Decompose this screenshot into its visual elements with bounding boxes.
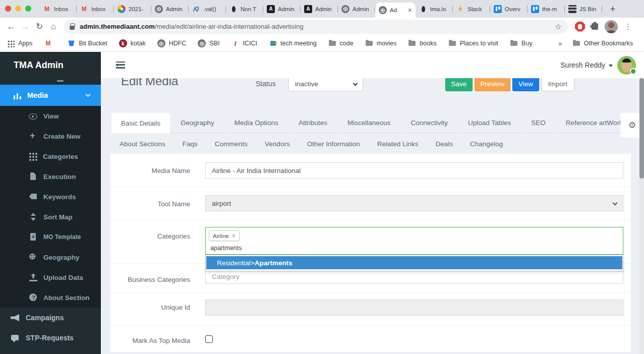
bookmarks-bar: Apps Bit Bucket kotak HDFC SBI ICICI tec… [0, 35, 644, 52]
bookmark-folder-books[interactable]: books [408, 39, 436, 47]
new-tab-button[interactable]: + [606, 3, 619, 16]
tab-attributes[interactable]: Attributes [289, 113, 337, 133]
tab-title: Stack [467, 6, 487, 12]
tab-basic-details[interactable]: Basic Details [111, 113, 170, 133]
tab-upload-tables[interactable]: Upload Tables [458, 113, 520, 133]
minimize-window-button[interactable] [15, 6, 21, 12]
user-avatar[interactable] [617, 56, 636, 75]
view-button[interactable]: View [512, 76, 539, 91]
top-media-checkbox[interactable] [205, 335, 213, 343]
bookmark-gmail[interactable] [44, 39, 56, 47]
tab-media-options[interactable]: Media Options [225, 113, 288, 133]
bookmark-star-icon[interactable]: ☆ [555, 22, 562, 31]
browser-tab[interactable]: the-m [528, 0, 565, 18]
url-text[interactable]: admin.themediaant.com/media/edit/airline… [80, 23, 551, 30]
browser-tab[interactable]: tma.lo [416, 0, 453, 18]
tab-related-links[interactable]: Related Links [369, 134, 427, 153]
sidebar-item-about-section[interactable]: About Section [0, 287, 101, 308]
other-bookmarks[interactable]: Other Bookmarks [572, 39, 633, 47]
sidebar-item-stp-requests[interactable]: STP-Requests [0, 328, 101, 348]
bookmark-icici[interactable]: ICICI [231, 39, 257, 47]
browser-tab[interactable]: Overv [490, 0, 528, 18]
status-select[interactable]: inactive [288, 77, 363, 91]
address-bar[interactable]: admin.themediaant.com/media/edit/airline… [64, 20, 568, 34]
browser-tab[interactable]: Admin [301, 0, 338, 18]
tab-geography[interactable]: Geography [171, 113, 224, 133]
browser-tab[interactable]: Admin [263, 0, 301, 18]
browser-tab[interactable]: Admin [151, 0, 189, 18]
bookmark-bitbucket[interactable]: Bit Bucket [68, 39, 107, 47]
tab-miscellaneous[interactable]: Miscellaneous [338, 113, 400, 133]
bookmark-folder-buy[interactable]: Buy [510, 39, 533, 47]
remove-tag-icon[interactable]: × [232, 232, 236, 240]
tab-title: Non T [241, 6, 260, 12]
browser-tab[interactable]: Admin [338, 0, 375, 18]
browser-profile-avatar[interactable] [605, 20, 618, 33]
home-icon[interactable]: ⌂ [46, 19, 61, 34]
media-name-input[interactable] [205, 162, 623, 179]
browser-tab-active[interactable]: Ad× [375, 3, 416, 18]
reload-icon[interactable]: ↻ [32, 19, 46, 34]
sidebar-item-upload-data[interactable]: Upload Data [0, 267, 101, 287]
close-window-button[interactable] [5, 6, 11, 12]
browser-tab[interactable]: Stack [453, 0, 490, 18]
save-button[interactable]: Save [445, 76, 473, 91]
browser-tab[interactable]: .val() [189, 0, 226, 18]
categories-typed-text[interactable]: apartments [210, 245, 242, 252]
sidebar-item-label: Upload Data [43, 274, 83, 281]
sidebar-item-campaigns[interactable]: Campaigns [0, 308, 101, 328]
sidebar-item-create-new[interactable]: Create New [0, 126, 101, 146]
bookmark-folder-code[interactable]: code [328, 39, 354, 47]
maximize-window-button[interactable] [25, 6, 31, 12]
tab-changelog[interactable]: Changelog [461, 134, 511, 153]
browser-tab[interactable]: JS Bin [565, 0, 602, 18]
adblock-icon[interactable] [575, 22, 585, 32]
sidebar-item-keywords[interactable]: Keywords [0, 187, 101, 207]
preview-button[interactable]: Preview [475, 76, 510, 91]
back-icon[interactable]: ← [4, 19, 18, 34]
tab-about-sections[interactable]: About Sections [111, 134, 174, 153]
browser-window: Inbox Inbox 2021- Admin .val() Non T Adm… [0, 0, 644, 354]
user-menu[interactable]: Suresh Reddy [560, 52, 613, 78]
sidebar-item-media[interactable]: Media [0, 85, 101, 106]
sidebar-item-geography[interactable]: Geography [0, 247, 101, 267]
browser-tab[interactable]: Inbox [77, 0, 114, 18]
tab-comments[interactable]: Comments [206, 134, 256, 153]
bookmark-kotak[interactable]: kotak [119, 39, 146, 47]
bookmark-apps[interactable]: Apps [7, 40, 33, 47]
url-domain: admin.themediaant.com [80, 23, 155, 30]
tab-connectivity[interactable]: Connectivity [401, 113, 457, 133]
lock-icon[interactable] [70, 26, 75, 30]
suggestion-residential-apartments[interactable]: Residential>Apartments [206, 256, 622, 269]
forward-icon[interactable]: → [18, 19, 32, 34]
sidebar-item-execution[interactable]: Execution [0, 166, 101, 187]
app-top-navbar: Suresh Reddy [101, 52, 644, 78]
categories-multiselect[interactable]: Airline × apartments [205, 227, 623, 255]
tab-deals[interactable]: Deals [427, 134, 462, 153]
browser-tab[interactable]: Inbox [39, 0, 77, 18]
sidebar-item-view[interactable]: View [0, 106, 101, 126]
browser-tab[interactable]: Non T [226, 0, 263, 18]
scrollbar-thumb[interactable] [639, 78, 644, 179]
tool-name-select[interactable]: airport [205, 195, 623, 211]
browser-tab[interactable]: 2021- [114, 0, 151, 18]
bookmark-hdfc[interactable]: HDFC [157, 39, 187, 47]
sidebar-item-mo-template[interactable]: MO Template [0, 227, 101, 247]
scrollbar-track[interactable] [639, 179, 644, 354]
extensions-puzzle-icon[interactable] [592, 23, 598, 30]
sidebar-item-sort-map[interactable]: Sort Map [0, 207, 101, 227]
bookmark-folder-places[interactable]: Places to visit [448, 39, 498, 47]
browser-menu-icon[interactable]: ⋮ [624, 22, 632, 31]
sidebar-toggle-icon[interactable] [116, 62, 125, 69]
bookmark-tech-meeting[interactable]: tech meeting [269, 39, 317, 47]
tab-vendors[interactable]: Vendors [256, 134, 299, 153]
bookmark-sbi[interactable]: SBI [198, 39, 219, 47]
bookmarks-overflow-icon[interactable]: » [558, 39, 562, 47]
tab-seo[interactable]: SEO [521, 113, 555, 133]
tab-other-information[interactable]: Other Information [299, 134, 369, 153]
bookmark-folder-movies[interactable]: movies [365, 39, 397, 47]
close-tab-icon[interactable]: × [408, 7, 412, 14]
sidebar-item-categories[interactable]: Categories [0, 146, 101, 166]
tab-faqs[interactable]: Faqs [174, 134, 206, 153]
import-button[interactable]: Import [541, 76, 574, 91]
